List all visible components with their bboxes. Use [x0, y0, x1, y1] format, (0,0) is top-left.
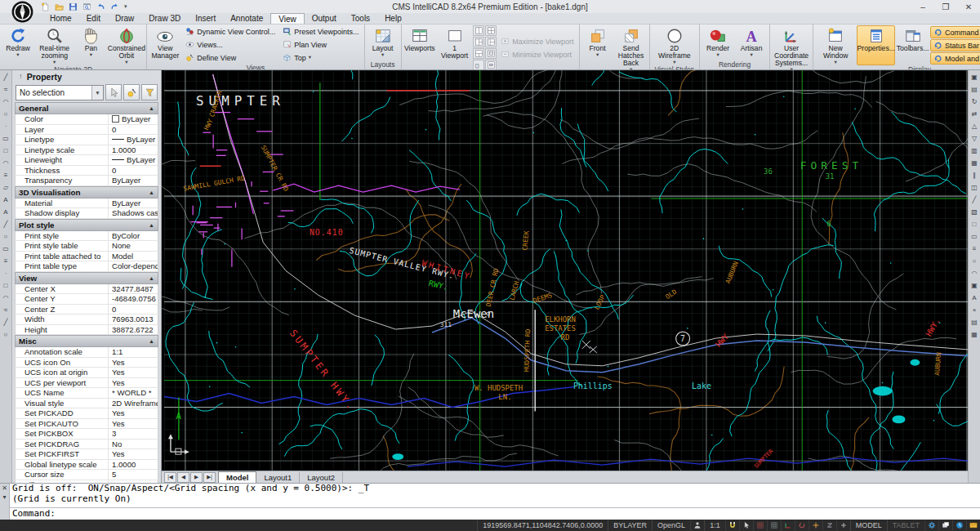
- command-close-icon[interactable]: ✕: [2, 484, 7, 492]
- last-tab-button[interactable]: ▶|: [203, 472, 216, 483]
- property-value[interactable]: 0: [109, 166, 158, 176]
- left-tool-1-icon[interactable]: ╱: [1, 73, 11, 82]
- viewport-preset-button-7[interactable]: [473, 60, 484, 70]
- right-tool-10-icon[interactable]: ◫: [969, 183, 979, 192]
- left-tool-22-icon[interactable]: ○: [1, 330, 11, 339]
- ribbon-button-artisan[interactable]: AArtisan▾: [735, 25, 768, 60]
- right-tool-16-icon[interactable]: ○: [969, 257, 979, 266]
- ribbon-button-user-coordinate-systems[interactable]: User Coordinate Systems...▾: [772, 25, 811, 70]
- property-value[interactable]: 76963.0013: [109, 315, 158, 324]
- left-tool-2-icon[interactable]: ≈: [1, 85, 11, 94]
- undo-icon[interactable]: [95, 1, 107, 12]
- ribbon-button-preset-viewpoints[interactable]: Preset Viewpoints...: [279, 25, 362, 38]
- collapse-icon[interactable]: ▲: [149, 338, 154, 344]
- redo-icon[interactable]: [109, 1, 121, 12]
- right-tool-20-icon[interactable]: ×: [969, 306, 979, 315]
- layout-tab-model[interactable]: Model: [218, 471, 256, 483]
- left-tool-15-icon[interactable]: ▭: [1, 244, 11, 253]
- layout-tab-layout1[interactable]: Layout1: [256, 472, 300, 483]
- ribbon-button-model-and-layout-tabs[interactable]: Model and Layout Tabs: [930, 52, 980, 65]
- property-value[interactable]: Shadows cast and rec...: [109, 208, 158, 218]
- right-tool-12-icon[interactable]: ▧: [969, 207, 979, 216]
- quick-select-button[interactable]: [123, 84, 140, 100]
- viewport-preset-button-5[interactable]: [473, 48, 484, 59]
- right-tool-1-icon[interactable]: ▣: [969, 73, 979, 82]
- ribbon-button-render[interactable]: Render▾: [702, 25, 734, 60]
- left-tool-9-icon[interactable]: ≡: [1, 171, 11, 180]
- property-value[interactable]: ByColor: [109, 231, 158, 241]
- ribbon-button-dynamic-view-control[interactable]: Dynamic View Control...: [182, 25, 278, 38]
- property-value[interactable]: 38872.6722: [109, 325, 158, 335]
- property-value[interactable]: 1:1: [109, 347, 158, 357]
- property-value[interactable]: 1.0000: [109, 145, 158, 155]
- dropdown-arrow-icon[interactable]: ▼: [91, 86, 103, 100]
- property-value[interactable]: 0: [109, 125, 158, 135]
- right-tool-9-icon[interactable]: ∥: [969, 171, 979, 180]
- window-cascade-icon[interactable]: [938, 520, 952, 531]
- left-tool-14-icon[interactable]: ○: [1, 232, 11, 241]
- menu-tab-annotate[interactable]: Annotate: [223, 13, 270, 24]
- left-tool-12-icon[interactable]: A: [1, 207, 11, 216]
- collapse-icon[interactable]: ▲: [149, 105, 154, 111]
- ribbon-button-constrained-orbit[interactable]: Constrained Orbit▾: [108, 25, 145, 65]
- collapse-icon[interactable]: ▲: [149, 190, 154, 195]
- annotation-scale[interactable]: 1:1: [704, 520, 725, 531]
- right-tool-14-icon[interactable]: ▭: [969, 232, 979, 241]
- menu-tab-home[interactable]: Home: [42, 13, 79, 24]
- annotation-person-icon[interactable]: [690, 520, 704, 531]
- property-value[interactable]: 2D Wireframe: [109, 399, 158, 408]
- open-file-icon[interactable]: [53, 1, 65, 12]
- left-tool-13-icon[interactable]: ╱: [1, 220, 11, 229]
- command-input[interactable]: Command:: [10, 507, 980, 520]
- command-expand-icon[interactable]: ▾: [2, 493, 6, 501]
- menu-tab-draw-3d[interactable]: Draw 3D: [141, 13, 188, 24]
- right-tool-11-icon[interactable]: ╱: [969, 195, 979, 204]
- time-icon[interactable]: [952, 520, 966, 531]
- property-value[interactable]: ByLayer: [109, 199, 158, 208]
- ribbon-button-toolbars[interactable]: Toolbars...: [896, 25, 929, 65]
- qat-overflow-icon[interactable]: ▾: [124, 3, 127, 10]
- viewport-preset-button-2[interactable]: [485, 25, 497, 36]
- messages-mail-icon[interactable]: [966, 520, 980, 531]
- left-tool-6-icon[interactable]: ▭: [1, 134, 11, 143]
- print-preview-icon[interactable]: [81, 1, 93, 12]
- left-tool-8-icon[interactable]: ◠: [1, 158, 11, 167]
- property-value[interactable]: 1.0000: [109, 460, 158, 470]
- ribbon-button-status-bar[interactable]: Status Bar: [930, 39, 980, 51]
- coordinates-readout[interactable]: 1919569.8471,1104842.7406,0.0000: [477, 520, 608, 531]
- property-section-general[interactable]: General▲: [15, 102, 158, 114]
- right-tool-13-icon[interactable]: □: [969, 220, 979, 229]
- property-value[interactable]: 3: [109, 429, 158, 439]
- polar-toggle-icon[interactable]: [795, 520, 808, 531]
- right-tool-6-icon[interactable]: ▽: [969, 134, 979, 143]
- layout-tab-layout2[interactable]: Layout2: [300, 472, 343, 483]
- property-value[interactable]: 0: [109, 305, 158, 315]
- viewport-preset-button-3[interactable]: [473, 37, 484, 47]
- property-value[interactable]: Yes: [109, 449, 158, 459]
- left-tool-11-icon[interactable]: A: [1, 195, 11, 204]
- ribbon-button-new-window[interactable]: New Window▾: [815, 25, 856, 65]
- right-tool-3-icon[interactable]: ↻: [969, 97, 979, 106]
- ribbon-button-define-view[interactable]: Define View: [182, 51, 278, 64]
- ortho-toggle-icon[interactable]: [781, 520, 795, 531]
- property-value[interactable]: 32477.8487: [109, 284, 158, 294]
- ribbon-button-top[interactable]: Top▾: [279, 51, 362, 64]
- right-tool-4-icon[interactable]: ⇄: [969, 109, 979, 118]
- left-tool-18-icon[interactable]: □: [1, 281, 11, 290]
- select-mode-icon[interactable]: [739, 520, 753, 531]
- ribbon-button-command-bar[interactable]: Command Bar: [930, 26, 980, 38]
- grid-snap-icon[interactable]: [753, 520, 767, 531]
- close-button[interactable]: ✕: [957, 1, 980, 13]
- property-value[interactable]: None: [109, 241, 158, 251]
- ribbon-button-send-hatches-back[interactable]: Send Hatches Back▾: [615, 25, 648, 70]
- new-file-icon[interactable]: [39, 1, 51, 12]
- panel-grip[interactable]: ⁞: [20, 73, 23, 80]
- ribbon-button-viewports[interactable]: Viewports: [403, 25, 436, 70]
- left-tool-17-icon[interactable]: ·: [1, 269, 11, 278]
- settings-gear-icon[interactable]: [924, 520, 938, 531]
- ribbon-button-plan-view[interactable]: Plan View: [279, 38, 362, 51]
- viewport-preset-button-6[interactable]: [485, 48, 497, 59]
- right-tool-15-icon[interactable]: ≡: [969, 244, 979, 253]
- right-tool-19-icon[interactable]: A: [969, 293, 979, 302]
- ribbon-button-real-time-zooming[interactable]: Real-time zooming▾: [35, 25, 74, 65]
